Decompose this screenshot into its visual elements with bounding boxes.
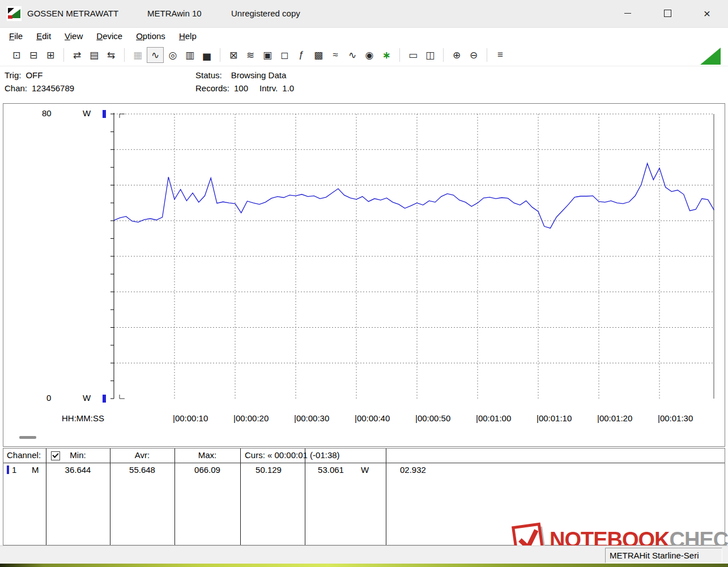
- channel-status: Chan: 123456789: [5, 83, 74, 93]
- menu-file[interactable]: File: [2, 31, 29, 41]
- trigger-config-icon[interactable]: ⊠: [225, 48, 241, 62]
- close-button[interactable]: ×: [691, 0, 723, 27]
- toolbar-separator: [443, 48, 444, 62]
- menu-options[interactable]: Options: [129, 31, 172, 41]
- memory-card-icon[interactable]: ▤: [86, 48, 102, 62]
- y-axis: [110, 113, 114, 399]
- channel1-range-marker-bottom: [103, 395, 106, 403]
- table-header-divider: [3, 463, 725, 463]
- title-app-name: GOSSEN METRAWATT: [27, 0, 118, 27]
- menu-device[interactable]: Device: [90, 31, 129, 41]
- device-name-cell: METRAHit Starline-Seri: [605, 548, 722, 563]
- column-header-avr: Avr:: [110, 450, 174, 460]
- channel1-color-marker: [7, 466, 9, 474]
- title-license-status: Unregistered copy: [231, 0, 300, 27]
- chart-panel: 80 W 0 W HH:MM:SS |00:00:10|00:00:20|00:…: [3, 103, 725, 447]
- yt-chart-view-icon[interactable]: ∿: [147, 47, 164, 63]
- channel-value: 123456789: [32, 83, 74, 93]
- max-value: 066.09: [174, 465, 240, 475]
- column-header-cursor: Curs: « 00:00:01 (-01:38): [245, 450, 340, 460]
- column-header-min: Min:: [46, 450, 110, 460]
- channel1-range-marker-top: [103, 110, 106, 118]
- envelope-icon[interactable]: ∿: [344, 48, 360, 62]
- minimize-icon: [624, 13, 631, 14]
- status-label: Status:: [195, 70, 222, 80]
- interval-label: Intrv.: [259, 83, 278, 93]
- column-header-channel: Channel:: [7, 450, 41, 460]
- toolbar-separator: [63, 48, 64, 62]
- print-preview-icon[interactable]: ◫: [422, 48, 438, 62]
- horizontal-scrollbar-thumb[interactable]: [19, 436, 36, 439]
- status-bar: METRAHit Starline-Seri: [0, 545, 728, 564]
- records-label: Records:: [195, 83, 229, 93]
- send-device-icon[interactable]: ⇆: [103, 48, 119, 62]
- display-config-icon[interactable]: ▩: [310, 48, 326, 62]
- x-tick-label: |00:01:00: [476, 413, 511, 423]
- status-value: Browsing Data: [231, 70, 287, 80]
- browse-status: Status: Browsing Data: [195, 70, 286, 80]
- status-panel: Trig: OFF Chan: 123456789 Status: Browsi…: [0, 66, 728, 103]
- annotation-icon[interactable]: ≡: [492, 48, 508, 62]
- formula-icon[interactable]: ƒ: [293, 48, 309, 62]
- zoom-out-icon[interactable]: ⊖: [466, 48, 482, 62]
- statistics-view-icon[interactable]: ▅: [199, 48, 215, 62]
- digital-display-view-icon: ▦: [130, 48, 146, 62]
- x-axis-format-label: HH:MM:SS: [62, 413, 104, 423]
- toolbar-separator: [399, 48, 400, 62]
- channel-number-value: 1: [12, 465, 16, 475]
- power-line-series: [114, 163, 714, 228]
- scale-config-icon[interactable]: ▣: [259, 48, 275, 62]
- cursor2-value: 53.061: [305, 465, 357, 475]
- gridlines: [114, 114, 714, 399]
- xy-chart-view-icon[interactable]: ◎: [165, 48, 181, 62]
- cursor-unit: W: [361, 465, 369, 475]
- metrawin-window: GOSSEN METRAWATT METRAwin 10 Unregistere…: [0, 0, 728, 567]
- y-axis-unit-top: W: [83, 108, 91, 118]
- y-axis-unit-bottom: W: [83, 393, 91, 403]
- app-logo-icon: [7, 6, 22, 21]
- print-icon[interactable]: ▭: [405, 48, 421, 62]
- toolbar: ⊡⊟⊞⇄▤⇆▦∿◎▥▅⊠≋▣◻ƒ▩≈∿◉∗▭◫⊕⊖≡: [0, 44, 728, 66]
- close-icon: ×: [704, 7, 710, 20]
- channel-config-icon[interactable]: ≋: [242, 48, 258, 62]
- menu-view[interactable]: View: [58, 31, 90, 41]
- toolbar-separator: [124, 48, 125, 62]
- menu-bar: FileEditViewDeviceOptionsHelp: [0, 28, 728, 44]
- avr-value: 55.648: [110, 465, 174, 475]
- online-mode-icon[interactable]: ∗: [378, 48, 394, 62]
- zoom-in-icon[interactable]: ⊕: [449, 48, 465, 62]
- trigger-value: OFF: [25, 70, 42, 80]
- x-tick-label: |00:00:20: [233, 413, 269, 423]
- maximize-button[interactable]: [651, 0, 684, 27]
- x-tick-label: |00:00:50: [415, 413, 450, 423]
- chart-plot[interactable]: [110, 105, 716, 408]
- cursor-delta-value: 02.932: [400, 465, 426, 475]
- toolbar-separator: [220, 48, 220, 62]
- monitor-icon[interactable]: ◻: [276, 48, 292, 62]
- trigger-status: Trig: OFF: [5, 70, 42, 80]
- cursor1-value: 50.129: [240, 465, 297, 475]
- y-axis-max-label: 80: [42, 108, 52, 118]
- title-product-name: METRAwin 10: [147, 0, 202, 27]
- maximize-icon: [664, 10, 671, 17]
- min-value: 36.644: [46, 465, 110, 475]
- menu-help[interactable]: Help: [172, 31, 203, 41]
- minimize-button[interactable]: [611, 0, 644, 27]
- x-tick-label: |00:00:10: [173, 413, 208, 423]
- x-tick-label: |00:00:40: [355, 413, 390, 423]
- channel-mode-value: M: [32, 465, 39, 475]
- min-max-icon[interactable]: ≈: [327, 48, 343, 62]
- records-status: Records: 100 Intrv. 1.0: [195, 83, 294, 93]
- x-tick-label: |00:00:30: [294, 413, 329, 423]
- connection-indicator-icon: [700, 48, 721, 65]
- records-value: 100: [234, 83, 248, 93]
- open-folder-icon[interactable]: ⊞: [42, 48, 58, 62]
- marker-icon[interactable]: ◉: [361, 48, 377, 62]
- x-tick-label: |00:01:30: [658, 413, 693, 423]
- read-device-icon[interactable]: ⇄: [69, 48, 85, 62]
- x-tick-label: |00:01:10: [537, 413, 572, 423]
- open-file-icon[interactable]: ⊡: [8, 48, 24, 62]
- menu-edit[interactable]: Edit: [29, 31, 58, 41]
- save-file-icon[interactable]: ⊟: [25, 48, 41, 62]
- table-view-icon[interactable]: ▥: [182, 48, 198, 62]
